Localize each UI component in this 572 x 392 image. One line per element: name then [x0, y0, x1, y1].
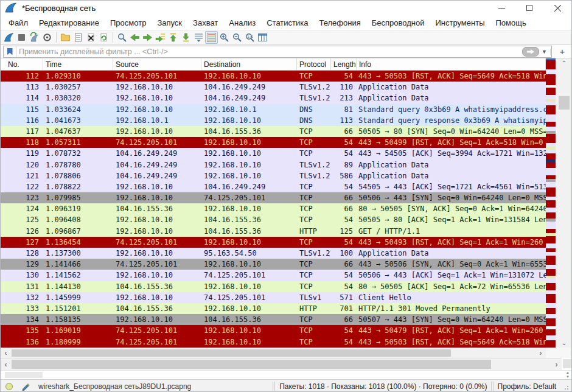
minimize-button[interactable]	[487, 1, 515, 15]
packet-row[interactable]: 1211.078806104.16.249.249192.168.10.10TL…	[1, 170, 546, 181]
packet-row[interactable]: 1121.02931074.125.205.101192.168.10.10TC…	[1, 71, 546, 82]
expert-info-indicator-icon[interactable]	[5, 383, 13, 390]
filter-bookmark-button[interactable]	[4, 46, 16, 57]
packet-row[interactable]: 1271.13645474.125.205.101192.168.10.10TC…	[1, 237, 546, 248]
go-to-bottom-icon[interactable]	[180, 31, 192, 44]
packet-row[interactable]: 1341.158135192.168.10.10104.16.155.36TCP…	[1, 314, 546, 325]
add-filter-button-plus[interactable]: +	[557, 46, 568, 57]
packet-row[interactable]: 1351.16901974.125.205.101192.168.10.10TC…	[1, 325, 546, 336]
column-header-length[interactable]: Length	[331, 58, 357, 70]
packet-row[interactable]: 1141.030320192.168.10.10104.16.249.249TL…	[1, 93, 546, 103]
restart-capture-icon[interactable]	[28, 31, 41, 44]
cell-info: 50506 → 443 [SYN] Seq=0 Win=64240 Len=0 …	[357, 192, 546, 203]
packet-row[interactable]: 1261.096867192.168.10.10104.16.155.36HTT…	[1, 226, 546, 237]
scroll-down-arrow-icon[interactable]: ⌄	[556, 338, 572, 348]
scroll-right-arrow-icon[interactable]: ›	[551, 359, 562, 370]
scroll-up-arrow-icon[interactable]: ⌃	[556, 58, 572, 68]
reload-file-icon[interactable]	[97, 31, 110, 44]
start-capture-icon[interactable]	[2, 31, 15, 44]
hscrollbar-thumb[interactable]	[12, 360, 491, 369]
display-filter-input[interactable]	[16, 47, 522, 56]
scroll-left-arrow-icon[interactable]: ‹	[1, 359, 11, 370]
column-header-protocol[interactable]: Protocol	[297, 58, 331, 70]
pane-handle[interactable]	[5, 372, 43, 378]
zoom-original-icon[interactable]: 1:1	[243, 31, 256, 44]
cell-source: 192.168.10.10	[113, 248, 201, 259]
menu-item[interactable]: Редактирование	[33, 16, 105, 29]
tiny-scroll-arrows-icon[interactable]: ▲▼	[566, 371, 570, 379]
cell-protocol: TCP	[297, 270, 331, 281]
maximize-button[interactable]	[515, 1, 543, 15]
zoom-in-icon[interactable]	[218, 31, 231, 44]
find-packet-icon[interactable]	[116, 31, 128, 44]
wireshark-logo-icon[interactable]	[5, 2, 17, 13]
scroll-right-arrow-icon[interactable]: ›	[535, 348, 546, 358]
menu-item[interactable]: Просмотр	[105, 16, 152, 29]
column-header-destination[interactable]: Destination	[201, 58, 297, 70]
packet-row[interactable]: 1171.047637192.168.10.10104.16.155.36TCP…	[1, 126, 546, 137]
menu-item[interactable]: Захват	[187, 16, 223, 29]
packet-row[interactable]: 1331.151201104.16.155.36192.168.10.10HTT…	[1, 303, 546, 314]
column-header-no[interactable]: No.	[1, 58, 43, 70]
column-header-info[interactable]: Info	[357, 58, 546, 70]
go-forward-icon[interactable]	[141, 31, 154, 44]
filter-dropdown-caret[interactable]: ▼	[541, 49, 551, 55]
menu-item[interactable]: Анализ	[223, 16, 261, 29]
capture-options-icon[interactable]	[41, 31, 54, 44]
open-file-icon[interactable]	[59, 31, 72, 44]
go-to-top-icon[interactable]	[167, 31, 180, 44]
close-file-icon[interactable]	[85, 31, 97, 44]
packet-row[interactable]: 1281.137300192.168.10.1095.163.54.50TLSv…	[1, 248, 546, 259]
packet-row[interactable]: 1181.05731174.125.205.101192.168.10.10TC…	[1, 137, 546, 148]
cell-time: 1.158135	[43, 314, 113, 325]
stop-capture-icon[interactable]	[15, 31, 28, 44]
menu-item[interactable]: Инструменты	[430, 16, 490, 29]
packet-row[interactable]: 1311.144130104.16.155.36192.168.10.10TCP…	[1, 281, 546, 292]
go-to-packet-icon[interactable]	[154, 31, 167, 44]
packet-row[interactable]: 1151.033624192.168.10.10192.168.10.1DNS8…	[1, 104, 546, 115]
pane-splitter[interactable]	[563, 359, 571, 368]
packet-row[interactable]: 1161.041673192.168.10.1192.168.10.10DNS1…	[1, 115, 546, 126]
hscrollbar-thumb[interactable]	[12, 349, 451, 357]
resize-columns-icon[interactable]	[256, 31, 269, 44]
packet-row[interactable]: 1241.096319104.16.155.36192.168.10.10TCP…	[1, 203, 546, 214]
packet-row[interactable]: 1231.079985192.168.10.1074.125.205.101TC…	[1, 192, 546, 203]
cell-time: 1.096867	[43, 226, 113, 237]
packet-row[interactable]: 1201.078780104.16.249.249192.168.10.10TL…	[1, 159, 546, 170]
menu-item[interactable]: Помощь	[490, 16, 532, 29]
menu-item[interactable]: Статистика	[261, 16, 313, 29]
go-back-icon[interactable]	[128, 31, 141, 44]
column-header-source[interactable]: Source	[113, 58, 201, 70]
resize-grip[interactable]	[562, 383, 568, 390]
packet-row[interactable]: 1301.141562192.168.10.1074.125.205.101TC…	[1, 270, 546, 281]
menu-item[interactable]: Файл	[3, 16, 33, 29]
save-file-icon[interactable]	[72, 31, 85, 44]
auto-scroll-icon[interactable]	[192, 31, 205, 44]
vertical-scrollbar[interactable]: ⌃ ⌄	[556, 58, 572, 348]
menu-item[interactable]: Запуск	[152, 16, 187, 29]
menu-item[interactable]: Телефония	[313, 16, 366, 29]
apply-filter-button[interactable]	[522, 47, 539, 57]
profile-label[interactable]: Профиль: Default	[498, 382, 557, 391]
vertical-scrollbar-thumb[interactable]	[559, 96, 570, 110]
close-button[interactable]	[543, 1, 571, 15]
cell-no: 115	[1, 104, 43, 115]
packet-row[interactable]: 1361.18099974.125.205.101192.168.10.10TC…	[1, 337, 546, 348]
capture-comment-icon[interactable]	[21, 382, 30, 391]
cell-protocol: TLSv1.2	[297, 159, 331, 170]
horizontal-scrollbar-secondary[interactable]: ‹ ›	[1, 358, 562, 370]
zoom-out-icon[interactable]	[231, 31, 243, 44]
packet-row[interactable]: 1131.030257192.168.10.10104.16.249.249TL…	[1, 82, 546, 93]
scroll-left-arrow-icon[interactable]: ‹	[1, 348, 11, 358]
packet-row[interactable]: 1321.145999192.168.10.1074.125.205.101TL…	[1, 292, 546, 303]
packet-row[interactable]: 1191.078732104.16.249.249192.168.10.10TC…	[1, 148, 546, 159]
menu-item[interactable]: Беспроводной	[366, 16, 430, 29]
horizontal-scrollbar-list[interactable]: ‹ ›	[1, 348, 546, 358]
colorize-packets-icon[interactable]	[205, 31, 218, 44]
cell-destination: 192.168.10.10	[201, 203, 297, 214]
packet-row[interactable]: 1291.14146674.125.205.101192.168.10.10TC…	[1, 259, 546, 270]
packet-row[interactable]: 1221.078822192.168.10.10104.16.249.249TC…	[1, 181, 546, 192]
packet-row[interactable]: 1251.096408192.168.10.10104.16.155.36TCP…	[1, 214, 546, 225]
column-header-time[interactable]: Time	[43, 58, 113, 70]
packet-minimap[interactable]	[546, 58, 556, 348]
